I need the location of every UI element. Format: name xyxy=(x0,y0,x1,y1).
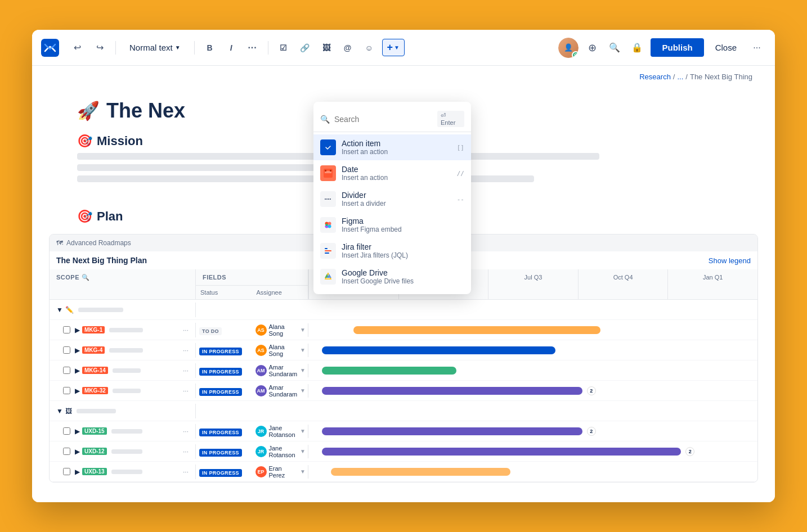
row-checkbox[interactable] xyxy=(63,367,70,374)
mkg-badge: MKG-1 xyxy=(82,326,105,333)
more-options-button[interactable]: ··· xyxy=(748,39,766,57)
breadcrumb-sep-2: / xyxy=(685,73,688,81)
fields-cell-uxd13: IN PROGRESS EP Eran Perez ▼ xyxy=(196,465,308,479)
insert-plus-button[interactable]: + ▼ xyxy=(382,39,405,56)
expand-icon[interactable]: ▶ xyxy=(75,448,80,456)
gantt-bar xyxy=(322,427,582,435)
assignee-dropdown[interactable]: ▼ xyxy=(300,367,306,373)
assignee-dropdown[interactable]: ▼ xyxy=(300,468,306,475)
action-item-desc: Insert an action xyxy=(342,148,451,156)
mission-label: Mission xyxy=(97,134,143,148)
chevron-down-icon: ▼ xyxy=(175,44,181,51)
assignee-dropdown[interactable]: ▼ xyxy=(300,428,306,434)
row-checkbox[interactable] xyxy=(63,468,70,475)
scope-cell-uxd13: ▶ UXD-13 ··· xyxy=(50,465,196,479)
status-badge: TO DO xyxy=(199,327,222,335)
link-button[interactable]: 🔗 xyxy=(297,39,313,56)
date-title: Date xyxy=(342,165,451,174)
expand-icon[interactable]: ▶ xyxy=(75,346,80,354)
bold-button[interactable]: B xyxy=(201,39,218,56)
assignee-cell: JR Jane Rotanson ▼ xyxy=(253,445,308,458)
plus-circle-icon: ⊕ xyxy=(588,42,597,54)
gantt-bar xyxy=(322,346,555,354)
breadcrumb-research[interactable]: Research xyxy=(639,73,671,81)
assignee-avatar: EP xyxy=(255,466,267,477)
fields-cell-uxd12: IN PROGRESS JR Jane Rotanson ▼ xyxy=(196,445,308,458)
row-checkbox[interactable] xyxy=(63,448,70,455)
row-placeholder xyxy=(113,368,141,373)
row-more-icon[interactable]: ··· xyxy=(183,326,189,334)
row-more-icon[interactable]: ··· xyxy=(183,387,189,395)
collapse-icon[interactable]: ▼ xyxy=(56,407,63,415)
roadmap-icon: 🗺 xyxy=(56,239,63,247)
menu-item-figma[interactable]: Figma Insert Figma embed xyxy=(313,212,471,238)
expand-icon[interactable]: ▶ xyxy=(75,468,80,476)
jira-desc: Insert Jira filters (JQL) xyxy=(342,251,464,259)
search-icon-small[interactable]: 🔍 xyxy=(82,274,90,281)
timeline-cell-group1 xyxy=(308,308,757,312)
gantt-bar xyxy=(322,448,681,456)
figma-text: Figma Insert Figma embed xyxy=(342,217,464,233)
table-row: ▶ UXD-13 ··· IN PROGRESS EP Eran Perez xyxy=(50,462,757,482)
text-style-label: Normal text xyxy=(129,43,173,52)
row-checkbox[interactable] xyxy=(63,387,70,394)
row-more-icon[interactable]: ··· xyxy=(183,346,189,354)
emoji-button[interactable]: ☺ xyxy=(361,39,378,56)
gdrive-icon xyxy=(320,269,336,285)
undo-icon: ↩ xyxy=(74,42,81,53)
assignee-dropdown[interactable]: ▼ xyxy=(300,387,306,394)
scope-cell-mkg14: ▶ MKG-14 ··· xyxy=(50,363,196,378)
row-checkbox[interactable] xyxy=(63,346,70,354)
breadcrumb-ellipsis[interactable]: ... xyxy=(677,73,683,81)
assignee-avatar: AM xyxy=(255,385,267,396)
menu-item-action-item[interactable]: Action item Insert an action [] xyxy=(313,134,471,160)
mkg-badge: MKG-4 xyxy=(82,346,105,354)
row-checkbox[interactable] xyxy=(63,326,70,333)
collapse-icon[interactable]: ▼ xyxy=(56,306,63,314)
mention-button[interactable]: @ xyxy=(339,39,356,56)
menu-item-google-drive[interactable]: Google Drive Insert Google Drive files xyxy=(313,264,471,290)
expand-icon[interactable]: ▶ xyxy=(75,326,80,334)
row-checkbox[interactable] xyxy=(63,427,70,435)
italic-label: I xyxy=(230,43,232,52)
publish-button[interactable]: Publish xyxy=(651,38,703,57)
menu-item-jira-filter[interactable]: Jira filter Insert Jira filters (JQL) xyxy=(313,238,471,264)
row-more-icon[interactable]: ··· xyxy=(183,427,189,435)
text-style-dropdown[interactable]: Normal text ▼ xyxy=(123,39,187,56)
row-more-icon[interactable]: ··· xyxy=(183,468,189,476)
avatar-circle: 👤 G xyxy=(558,38,579,58)
scope-cell-group2: ▼ 🖼 xyxy=(50,404,196,418)
checkbox-button[interactable]: ☑ xyxy=(275,39,292,56)
lock-button[interactable]: 🔒 xyxy=(628,39,646,57)
fields-header: FIELDS xyxy=(196,269,308,286)
row-more-icon[interactable]: ··· xyxy=(183,367,189,375)
expand-icon[interactable]: ▶ xyxy=(75,427,80,435)
close-button[interactable]: Close xyxy=(709,38,743,57)
more-format-button[interactable]: ··· xyxy=(244,39,261,56)
show-legend-button[interactable]: Show legend xyxy=(709,256,751,265)
assignee-dropdown[interactable]: ▼ xyxy=(300,448,306,454)
confluence-logo[interactable] xyxy=(41,39,59,57)
insert-dropdown-menu[interactable]: 🔍 ⏎ Enter Action item Insert an actio xyxy=(313,102,471,294)
add-user-button[interactable]: ⊕ xyxy=(583,39,601,57)
table-row: ▶ UXD-15 ··· IN PROGRESS JR Jane Rotan xyxy=(50,421,757,441)
fields-sub: Status Assignee xyxy=(196,286,308,299)
undo-button[interactable]: ↩ xyxy=(68,39,86,57)
menu-item-date[interactable]: Date Insert an action // xyxy=(313,160,471,186)
emoji-icon: ☺ xyxy=(365,43,373,52)
user-avatar-button[interactable]: 👤 G xyxy=(558,38,579,58)
row-more-icon[interactable]: ··· xyxy=(183,448,189,456)
image-button[interactable]: 🖼 xyxy=(318,39,335,56)
assignee-dropdown[interactable]: ▼ xyxy=(300,347,306,353)
search-button[interactable]: 🔍 xyxy=(606,39,624,57)
status-badge: IN PROGRESS xyxy=(199,388,242,396)
fields-column: FIELDS Status Assignee xyxy=(196,269,308,299)
expand-icon[interactable]: ▶ xyxy=(75,367,80,375)
expand-icon[interactable]: ▶ xyxy=(75,387,80,395)
italic-button[interactable]: I xyxy=(223,39,240,56)
assignee-dropdown[interactable]: ▼ xyxy=(300,327,306,333)
more-dots-icon: ··· xyxy=(248,43,257,53)
redo-button[interactable]: ↪ xyxy=(91,39,109,57)
dropdown-search-input[interactable] xyxy=(334,115,433,124)
menu-item-divider[interactable]: Divider Insert a divider -- xyxy=(313,186,471,212)
